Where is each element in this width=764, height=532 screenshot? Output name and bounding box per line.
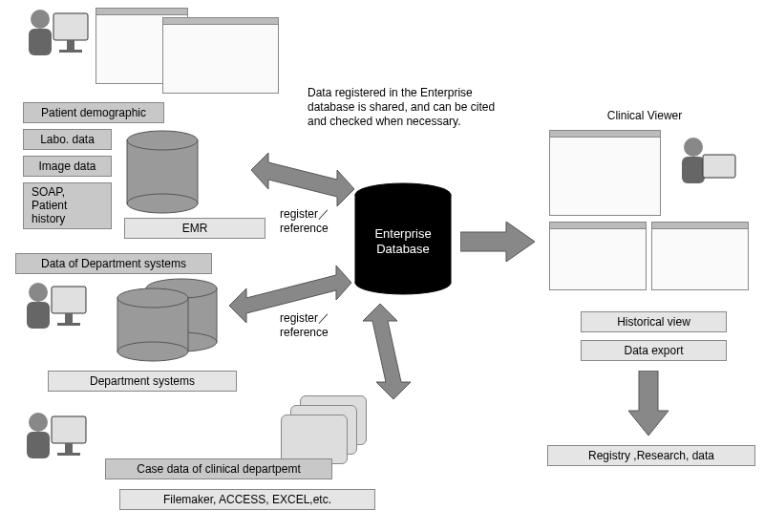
svg-marker-29 — [363, 304, 411, 399]
soap-text: SOAP, Patient history — [32, 185, 67, 225]
svg-rect-33 — [703, 155, 735, 178]
svg-point-18 — [117, 288, 188, 308]
svg-rect-23 — [57, 453, 80, 456]
clinical-viewer-title: Clinical Viewer — [573, 109, 716, 122]
svg-point-25 — [355, 271, 451, 294]
svg-rect-32 — [682, 157, 705, 183]
labo-data-label: Labo. data — [23, 129, 112, 150]
svg-point-19 — [29, 413, 48, 432]
svg-point-31 — [684, 138, 703, 157]
svg-rect-9 — [27, 302, 50, 329]
arrow-db-to-viewer — [460, 222, 537, 265]
clinician-icon — [668, 134, 740, 203]
user-icon-clinical — [17, 409, 89, 479]
user-icon-dept — [17, 279, 89, 349]
arrow-emr-to-db — [251, 153, 356, 213]
emr-label: EMR — [124, 218, 265, 239]
person-at-computer-icon — [17, 279, 89, 346]
case-data-label: Case data of clinical departpemt — [105, 458, 332, 479]
svg-point-0 — [31, 10, 50, 29]
viewer-window-1 — [549, 130, 661, 216]
arrow-export-to-registry — [628, 371, 668, 440]
svg-point-8 — [29, 283, 48, 302]
soap-label: SOAP, Patient history — [23, 182, 112, 229]
svg-rect-1 — [29, 29, 52, 55]
person-at-computer-icon — [17, 409, 89, 476]
emr-database-icon — [124, 129, 201, 218]
dept-systems-label: Department systems — [48, 371, 237, 392]
data-export-label: Data export — [581, 340, 727, 361]
center-note: Data registered in the Enterprise databa… — [308, 86, 508, 129]
svg-point-26 — [355, 183, 451, 206]
svg-rect-10 — [52, 287, 86, 313]
svg-marker-27 — [251, 153, 354, 206]
arrow-case-to-db — [363, 304, 411, 402]
svg-rect-2 — [53, 13, 88, 40]
registry-label: Registry ,Research, data — [547, 445, 755, 466]
svg-rect-4 — [59, 50, 82, 53]
svg-rect-11 — [65, 313, 73, 323]
viewer-window-2 — [549, 222, 647, 290]
svg-point-7 — [127, 131, 198, 150]
svg-rect-12 — [57, 323, 80, 326]
arrow-dept-to-db — [229, 266, 353, 326]
case-card-1 — [281, 415, 348, 464]
dept-database-icon-front — [115, 287, 191, 366]
enterprise-db-text2: Database — [355, 242, 451, 256]
svg-rect-3 — [67, 40, 74, 50]
doctor-at-computer-icon — [668, 134, 740, 201]
filemaker-label: Filemaker, ACCESS, EXCEL,etc. — [119, 489, 375, 510]
svg-rect-22 — [65, 443, 73, 453]
image-data-label: Image data — [23, 156, 112, 177]
viewer-window-3 — [651, 222, 749, 290]
svg-marker-34 — [628, 371, 668, 436]
svg-marker-28 — [229, 266, 351, 323]
svg-rect-21 — [52, 416, 86, 443]
svg-point-17 — [117, 342, 188, 361]
enterprise-db-text1: Enterprise — [355, 226, 451, 241]
historical-view-label: Historical view — [581, 311, 727, 332]
person-at-computer-icon — [19, 6, 91, 73]
emr-screenshot-2 — [162, 17, 279, 94]
svg-rect-20 — [27, 432, 50, 458]
svg-point-6 — [127, 194, 198, 213]
dept-data-label: Data of Department systems — [15, 253, 212, 274]
user-icon-emr — [19, 6, 91, 75]
svg-marker-30 — [460, 222, 535, 262]
patient-demographic-label: Patient demographic — [23, 102, 164, 123]
